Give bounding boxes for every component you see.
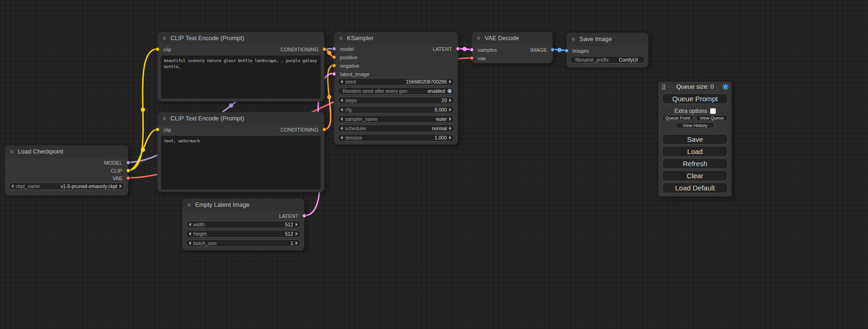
- output-port-image[interactable]: [550, 48, 555, 52]
- input-port-vae[interactable]: [470, 56, 474, 60]
- toggle-icon[interactable]: [447, 89, 452, 93]
- load-default-button[interactable]: Load Default: [662, 182, 728, 193]
- load-button[interactable]: Load: [662, 146, 728, 157]
- widget-label: height: [193, 231, 207, 237]
- input-port-latent-image[interactable]: [332, 72, 336, 76]
- node-titlebar[interactable]: Save Image: [567, 33, 648, 45]
- node-titlebar[interactable]: Load Checkpoint: [5, 146, 128, 158]
- view-queue-button[interactable]: View Queue: [696, 115, 728, 121]
- node-title: KSampler: [347, 35, 374, 42]
- widget-label: scheduler: [345, 126, 367, 131]
- seed-widget[interactable]: seed 156680208700286: [338, 78, 454, 85]
- random-seed-widget[interactable]: Random seed after every gen enabled: [338, 87, 454, 95]
- input-port-positive[interactable]: [332, 55, 336, 59]
- prev-value-arrow-icon[interactable]: [189, 232, 191, 236]
- output-label-conditioning: CONDITIONING: [281, 46, 318, 53]
- prev-value-arrow-icon[interactable]: [340, 80, 343, 84]
- output-port-conditioning[interactable]: [322, 127, 326, 132]
- node-empty-latent-image[interactable]: Empty Latent Image LATENT width 512 heig…: [182, 198, 304, 251]
- prev-value-arrow-icon[interactable]: [189, 223, 191, 226]
- ckpt-name-widget[interactable]: ckpt_name v1-5-pruned-emaonly.ckpt: [8, 182, 125, 190]
- node-titlebar[interactable]: KSampler: [334, 32, 458, 44]
- node-titlebar[interactable]: Empty Latent Image: [183, 199, 304, 211]
- queue-prompt-button[interactable]: Queue Prompt: [662, 93, 728, 104]
- collapse-dot-icon[interactable]: [162, 36, 167, 41]
- node-save-image[interactable]: Save Image images filename_prefix ComfyU…: [566, 33, 649, 68]
- widget-value: 8.000: [435, 107, 447, 112]
- sampler-name-widget[interactable]: sampler_name euler: [338, 115, 454, 123]
- collapse-dot-icon[interactable]: [476, 36, 481, 41]
- save-button[interactable]: Save: [662, 134, 728, 145]
- next-value-arrow-icon[interactable]: [296, 241, 298, 245]
- denoise-widget[interactable]: denoise 1.000: [338, 134, 454, 141]
- scheduler-widget[interactable]: scheduler normal: [338, 125, 454, 132]
- prev-value-arrow-icon[interactable]: [340, 98, 343, 102]
- output-label-model: MODEL: [104, 160, 122, 166]
- widget-value: euler: [436, 116, 447, 122]
- next-value-arrow-icon[interactable]: [449, 117, 452, 121]
- queue-panel-header[interactable]: Queue size: 0: [658, 82, 732, 92]
- node-clip-text-encode-negative[interactable]: CLIP Text Encode (Prompt) clip CONDITION…: [157, 112, 325, 192]
- prev-value-arrow-icon[interactable]: [340, 126, 343, 130]
- output-port-model[interactable]: [126, 161, 130, 165]
- next-value-arrow-icon[interactable]: [449, 136, 452, 140]
- collapse-dot-icon[interactable]: [339, 36, 343, 41]
- input-port-negative[interactable]: [332, 63, 336, 68]
- next-value-arrow-icon[interactable]: [296, 223, 298, 226]
- cfg-widget[interactable]: cfg 8.000: [338, 106, 454, 113]
- next-value-arrow-icon[interactable]: [449, 108, 452, 112]
- input-port-model[interactable]: [332, 47, 336, 51]
- collapse-dot-icon[interactable]: [162, 116, 167, 121]
- link-midpoint-dot: [327, 51, 332, 55]
- node-titlebar[interactable]: CLIP Text Encode (Prompt): [158, 32, 324, 44]
- output-port-latent[interactable]: [302, 214, 306, 218]
- prev-value-arrow-icon[interactable]: [340, 117, 343, 121]
- widget-label: batch_size: [193, 240, 217, 246]
- width-widget[interactable]: width 512: [186, 221, 301, 228]
- output-port-latent[interactable]: [456, 47, 460, 51]
- extra-options-checkbox[interactable]: [710, 108, 716, 114]
- node-vae-decode[interactable]: VAE Decode samples vae IMAGE: [472, 32, 553, 63]
- height-widget[interactable]: height 512: [186, 230, 301, 238]
- refresh-button[interactable]: Refresh: [662, 158, 728, 169]
- prev-value-arrow-icon[interactable]: [340, 108, 343, 112]
- input-port-samples[interactable]: [470, 48, 474, 52]
- node-clip-text-encode-positive[interactable]: CLIP Text Encode (Prompt) clip CONDITION…: [157, 32, 325, 102]
- prompt-textarea[interactable]: text, watermark: [161, 136, 321, 189]
- filename-prefix-widget[interactable]: filename_prefix ComfyUI: [570, 56, 645, 63]
- batch-size-widget[interactable]: batch_size 1: [186, 239, 301, 247]
- node-ksampler[interactable]: KSampler model positive negative latent_…: [334, 32, 458, 145]
- collapse-dot-icon[interactable]: [187, 203, 191, 207]
- prev-value-arrow-icon[interactable]: [189, 241, 191, 245]
- node-titlebar[interactable]: CLIP Text Encode (Prompt): [158, 112, 324, 125]
- next-value-arrow-icon[interactable]: [120, 184, 122, 188]
- node-load-checkpoint[interactable]: Load Checkpoint MODEL CLIP VAE ckpt_name…: [5, 145, 128, 196]
- input-port-clip[interactable]: [155, 47, 160, 51]
- queue-front-button[interactable]: Queue Front: [662, 115, 693, 121]
- prompt-textarea[interactable]: beautiful scenery nature glass bottle la…: [161, 56, 321, 98]
- drag-handle-icon[interactable]: [662, 84, 666, 90]
- node-titlebar[interactable]: VAE Decode: [472, 32, 552, 44]
- widget-value: enabled: [428, 88, 445, 94]
- steps-widget[interactable]: steps 20: [338, 97, 454, 104]
- output-port-clip[interactable]: [126, 168, 130, 173]
- prev-value-arrow-icon[interactable]: [340, 136, 343, 140]
- input-port-clip[interactable]: [155, 127, 160, 132]
- next-value-arrow-icon[interactable]: [296, 232, 298, 236]
- collapse-dot-icon[interactable]: [9, 149, 14, 154]
- link-midpoint-dot: [557, 48, 562, 52]
- view-history-button[interactable]: View History: [676, 122, 714, 128]
- prev-value-arrow-icon[interactable]: [11, 184, 14, 188]
- output-port-conditioning[interactable]: [322, 47, 326, 51]
- widget-label: cfg: [345, 107, 352, 112]
- widget-value: 512: [285, 231, 293, 237]
- node-title: CLIP Text Encode (Prompt): [170, 115, 244, 122]
- next-value-arrow-icon[interactable]: [449, 80, 452, 84]
- clear-button[interactable]: Clear: [662, 170, 728, 181]
- next-value-arrow-icon[interactable]: [449, 98, 452, 102]
- next-value-arrow-icon[interactable]: [449, 126, 452, 130]
- input-port-images[interactable]: [565, 49, 569, 53]
- output-port-vae[interactable]: [126, 176, 130, 180]
- collapse-dot-icon[interactable]: [571, 37, 576, 42]
- settings-gear-icon[interactable]: [722, 84, 729, 90]
